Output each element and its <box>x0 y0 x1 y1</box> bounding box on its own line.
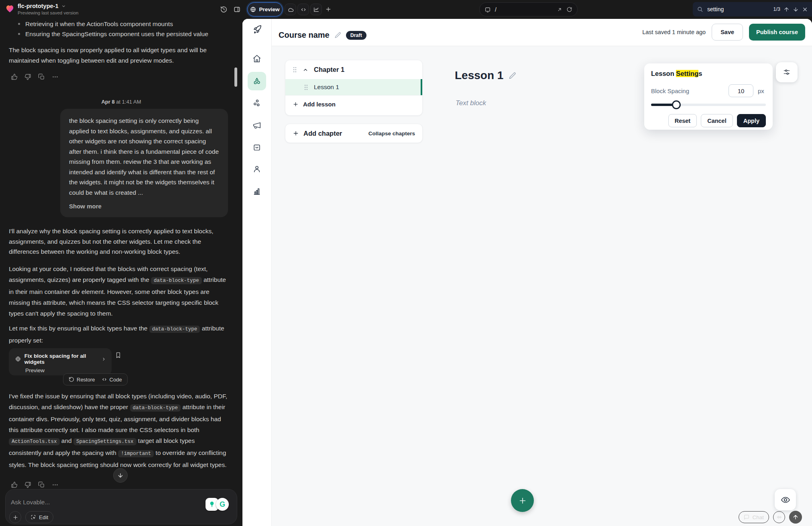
code-button[interactable] <box>297 4 309 15</box>
collapse-chapters-button[interactable]: Collapse chapters <box>368 130 415 137</box>
drag-handle-icon[interactable] <box>304 84 308 90</box>
chapter-header[interactable]: Chapter 1 <box>285 60 422 79</box>
lesson-item-selected[interactable]: Lesson 1 <box>285 79 422 95</box>
refresh-icon[interactable] <box>566 6 572 12</box>
chat-input-placeholder[interactable]: Ask Lovable... <box>11 499 50 506</box>
thumbs-down-icon[interactable] <box>24 481 31 488</box>
nav-store-icon[interactable] <box>252 143 261 152</box>
lesson-settings-popover: Lesson Settings Block Spacing px Reset C… <box>644 63 773 130</box>
address-path: / <box>495 6 553 13</box>
add-tab-icon[interactable] <box>325 6 332 12</box>
cloud-button[interactable] <box>285 4 296 15</box>
chapter-title: Chapter 1 <box>314 66 344 73</box>
scroll-to-bottom-button[interactable] <box>113 468 128 483</box>
close-search-icon[interactable] <box>802 6 808 12</box>
block-spacing-slider[interactable] <box>651 104 766 106</box>
settings-toggle-button[interactable] <box>776 62 798 82</box>
bullet-icon <box>18 33 20 35</box>
edit-card-title: Fix block spacing for all widgets <box>24 353 96 365</box>
block-spacing-input[interactable] <box>729 84 753 97</box>
restore-button[interactable]: Restore <box>69 377 95 383</box>
nav-profile-icon[interactable] <box>252 165 261 173</box>
inline-code: data-block-type <box>151 277 202 284</box>
chat-mode-button[interactable]: Chat <box>739 511 769 523</box>
find-bar: 1/3 <box>693 2 812 16</box>
assistant-paragraph: The block spacing is now properly applie… <box>9 45 226 65</box>
project-menu[interactable]: flc-prototype-1 <box>18 3 66 9</box>
edit-mode-button[interactable]: Edit <box>25 511 53 523</box>
nav-groups-icon[interactable] <box>252 99 261 108</box>
app-nav-rail <box>242 19 272 526</box>
cloud-icon <box>287 6 294 13</box>
add-chapter-button[interactable]: Add chapter <box>303 130 342 137</box>
chevron-up-icon[interactable] <box>303 67 308 73</box>
drag-handle-icon[interactable] <box>293 67 297 73</box>
address-bar[interactable]: / <box>479 2 578 16</box>
history-icon[interactable] <box>220 6 228 13</box>
text-block-placeholder[interactable]: Text block <box>456 99 486 107</box>
analytics-button[interactable] <box>310 4 322 15</box>
nav-announcements-icon[interactable] <box>252 121 261 130</box>
status-badge: Draft <box>346 31 366 40</box>
plus-icon <box>518 496 527 505</box>
publish-course-button[interactable]: Publish course <box>749 24 805 41</box>
add-lesson-button[interactable]: Add lesson <box>285 95 422 112</box>
assistant-paragraph: I'll analyze why the block spacing setti… <box>9 226 226 257</box>
message-actions <box>11 481 59 488</box>
header-actions: Last saved 1 minute ago Save Publish cou… <box>642 24 805 41</box>
copy-icon[interactable] <box>38 73 45 80</box>
course-title-row: Course name Draft <box>279 31 366 40</box>
open-external-icon[interactable] <box>557 7 562 12</box>
add-block-fab[interactable] <box>511 489 534 512</box>
thumbs-up-icon[interactable] <box>11 481 18 488</box>
more-icon[interactable] <box>52 481 59 488</box>
chapter-card: Chapter 1 Lesson 1 Add lesson <box>285 60 423 116</box>
timestamp: Apr 8 at 1:41 AM <box>0 99 242 105</box>
send-button[interactable] <box>789 511 802 524</box>
search-input[interactable] <box>706 6 755 13</box>
block-spacing-label: Block Spacing <box>651 88 689 94</box>
more-icon[interactable] <box>52 73 59 80</box>
code-button[interactable]: Code <box>102 377 122 383</box>
apply-button[interactable]: Apply <box>737 114 766 127</box>
thumbs-down-icon[interactable] <box>24 73 31 80</box>
panel-toggle-icon[interactable] <box>233 6 241 13</box>
save-button[interactable]: Save <box>712 24 743 41</box>
eye-icon <box>781 495 790 505</box>
grammarly-widget[interactable]: G <box>206 498 229 511</box>
screen: flc-prototype-1 Previewing last saved ve… <box>0 0 812 526</box>
rocket-logo-icon[interactable] <box>252 24 263 35</box>
lovable-logo-icon[interactable] <box>5 4 14 14</box>
lesson-title-row: Lesson 1 <box>455 69 516 82</box>
inline-code: data-block-type <box>149 326 200 333</box>
show-more-link[interactable]: Show more <box>69 201 219 212</box>
search-highlight: Setting <box>676 70 698 77</box>
inline-code: !important <box>118 450 154 457</box>
copy-icon[interactable] <box>38 481 45 488</box>
voice-input-button[interactable] <box>773 511 785 523</box>
chevron-right-icon <box>102 357 106 362</box>
inline-code: data-block-type <box>130 404 181 412</box>
message-actions <box>11 73 59 80</box>
nav-courses-item[interactable] <box>248 72 266 90</box>
cancel-button[interactable]: Cancel <box>701 114 733 127</box>
nav-home-icon[interactable] <box>252 54 261 63</box>
nav-analytics-icon[interactable] <box>252 187 261 196</box>
bookmark-icon[interactable] <box>115 352 122 359</box>
preview-mode-button[interactable] <box>775 489 796 510</box>
edit-course-name-icon[interactable] <box>334 32 341 39</box>
edit-card[interactable]: Fix block spacing for all widgets Previe… <box>9 348 112 375</box>
slider-thumb[interactable] <box>672 100 681 109</box>
restore-icon <box>69 377 74 382</box>
arrow-down-icon <box>117 472 124 479</box>
thumbs-up-icon[interactable] <box>11 73 18 80</box>
preview-button[interactable]: Preview <box>247 2 283 16</box>
prev-match-icon[interactable] <box>784 6 790 12</box>
next-match-icon[interactable] <box>793 6 799 12</box>
project-status: Previewing last saved version <box>18 10 79 15</box>
chat-scrollbar[interactable] <box>234 67 237 87</box>
reset-button[interactable]: Reset <box>668 114 697 127</box>
edit-lesson-title-icon[interactable] <box>509 72 516 80</box>
inline-code: ActionTools.tsx <box>9 438 60 445</box>
attach-button[interactable] <box>9 511 21 523</box>
